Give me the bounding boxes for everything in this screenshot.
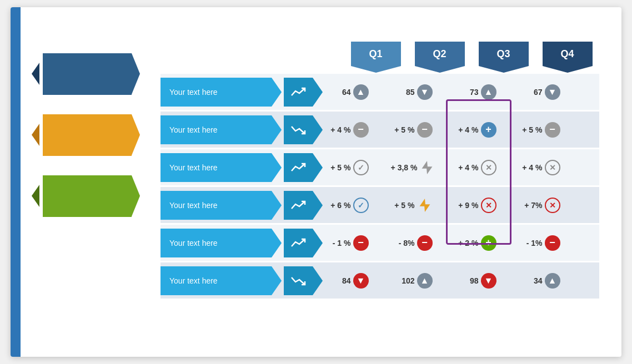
cell-icon-r0-c3: ▼ [545,84,560,100]
cell-value-r5-c2: 98 [458,276,479,285]
row-label-text-2: Your text here [160,153,272,182]
cell-value-r1-c3: + 5 % [521,125,543,134]
row-label-2: Your text here [160,153,313,182]
bookmark-3 [38,174,136,218]
row-icon-0 [284,78,313,107]
row-label-4: Your text here [160,229,313,257]
cell-r2-c3: + 4 % ✕ [509,149,573,185]
row-icon-5 [284,266,313,295]
cell-icon-r2-c2: ✕ [481,160,496,175]
cell-r1-c1: + 5 % − [381,112,445,148]
cell-icon-r5-c0: ▼ [353,273,369,289]
cell-value-r5-c1: 102 [394,276,415,285]
cell-r4-c0: - 1 % − [317,225,381,261]
data-cells-0: 64 ▲ 85 ▼ 73 ▲ 67 ▼ [317,74,599,110]
cell-icon-r2-c1 [419,160,435,175]
cell-icon-r0-c2: ▲ [481,84,496,100]
cell-r0-c2: 73 ▲ [445,74,509,110]
cell-r3-c1: + 5 % [381,187,445,223]
bookmark-2-body [43,114,132,156]
data-cells-4: - 1 % − - 8% − + 2 % + - 1% − [317,225,599,261]
cell-icon-r1-c0: − [353,122,369,138]
q2-header: Q2 [408,41,472,67]
row-icon-1 [284,115,313,144]
cell-r1-c2: + 4 % + [445,112,509,148]
data-cells-5: 84 ▼ 102 ▲ 98 ▼ 34 ▲ [317,262,599,299]
table-row-5: Your text here 84 ▼ 102 ▲ 98 ▼ [160,262,599,299]
accent-bar [11,7,21,357]
cell-icon-r4-c1: − [417,235,433,251]
cell-icon-r1-c1: − [417,122,433,138]
cell-r4-c3: - 1% − [509,225,573,261]
cell-r4-c2: + 2 % + [445,225,509,261]
cell-icon-r3-c2: ✕ [481,198,496,213]
cell-value-r3-c2: + 9 % [458,201,479,210]
cell-icon-r4-c3: − [545,235,560,251]
content-area: Q1 Q2 Q3 Q4 [38,41,599,300]
cell-r5-c0: 84 ▼ [317,262,381,299]
cell-icon-r1-c2: + [481,122,496,138]
row-label-5: Your text here [160,266,313,295]
cell-value-r4-c1: - 8% [394,239,415,247]
cell-icon-r4-c2: + [481,235,496,251]
q3-label: Q3 [479,42,529,66]
bookmark-3-body [43,175,132,217]
cell-icon-r3-c1 [417,198,433,213]
cell-icon-r3-c0: ✓ [353,198,369,213]
table-row-0: Your text here 64 ▲ 85 ▼ 73 ▲ [160,74,599,110]
cell-r3-c2: + 9 % ✕ [445,187,509,223]
q3-header: Q3 [472,41,535,67]
cell-r2-c1: + 3,8 % [381,149,445,185]
cell-r0-c3: 67 ▼ [509,74,573,110]
row-icon-2 [284,153,313,182]
q1-label: Q1 [351,42,401,66]
bookmark-1-body [43,53,132,95]
row-icon-3 [284,191,313,220]
cell-r5-c2: 98 ▼ [445,262,509,299]
table-row-3: Your text here + 6 % ✓ + 5 % + 9 % ✕ [160,187,599,223]
cell-r5-c1: 102 ▲ [381,262,445,299]
cell-value-r1-c0: + 4 % [330,125,351,134]
cell-r5-c3: 34 ▲ [509,262,573,299]
cell-value-r1-c1: + 5 % [394,125,415,134]
slide: Q1 Q2 Q3 Q4 [11,7,621,357]
bookmark-2 [38,113,136,157]
q2-label: Q2 [415,42,465,66]
quarter-headers: Q1 Q2 Q3 Q4 [318,41,599,67]
q2-header-inner: Q2 [408,41,472,67]
cell-value-r0-c2: 73 [458,88,479,97]
cell-icon-r0-c1: ▼ [417,84,433,100]
cell-value-r2-c3: + 4 % [521,163,543,172]
cell-r4-c1: - 8% − [381,225,445,261]
q1-header-inner: Q1 [344,41,408,67]
cell-value-r2-c0: + 5 % [330,163,351,172]
cell-r3-c0: + 6 % ✓ [317,187,381,223]
cell-value-r5-c0: 84 [330,276,351,285]
q4-header-inner: Q4 [535,41,599,67]
cell-value-r0-c1: 85 [394,88,415,97]
cell-value-r2-c1: + 3,8 % [391,163,418,172]
row-icon-4 [284,229,313,257]
cell-value-r1-c2: + 4 % [458,125,479,134]
q4-header: Q4 [535,41,599,67]
cell-r0-c1: 85 ▼ [381,74,445,110]
cell-value-r3-c1: + 5 % [394,201,415,210]
cell-value-r0-c3: 67 [521,88,543,97]
row-label-text-4: Your text here [160,229,272,257]
cell-icon-r4-c0: − [353,235,369,251]
row-label-3: Your text here [160,191,313,220]
cell-icon-r5-c2: ▼ [481,273,496,289]
table-wrapper: Your text here 64 ▲ 85 ▼ 73 ▲ [160,67,599,300]
cell-value-r4-c3: - 1% [521,239,543,247]
cell-icon-r1-c3: − [545,122,560,138]
q4-label: Q4 [543,42,593,66]
table-row-2: Your text here + 5 % ✓ + 3,8 % + 4 % ✕ [160,149,599,185]
cell-r2-c0: + 5 % ✓ [317,149,381,185]
cell-value-r3-c3: + 7% [521,201,543,210]
cell-value-r4-c0: - 1 % [330,239,351,247]
table-row-1: Your text here + 4 % − + 5 % − + 4 % + [160,112,599,148]
q1-header: Q1 [344,41,408,67]
row-label-0: Your text here [160,78,313,107]
q3-header-inner: Q3 [472,41,535,67]
row-label-text-0: Your text here [160,78,272,107]
